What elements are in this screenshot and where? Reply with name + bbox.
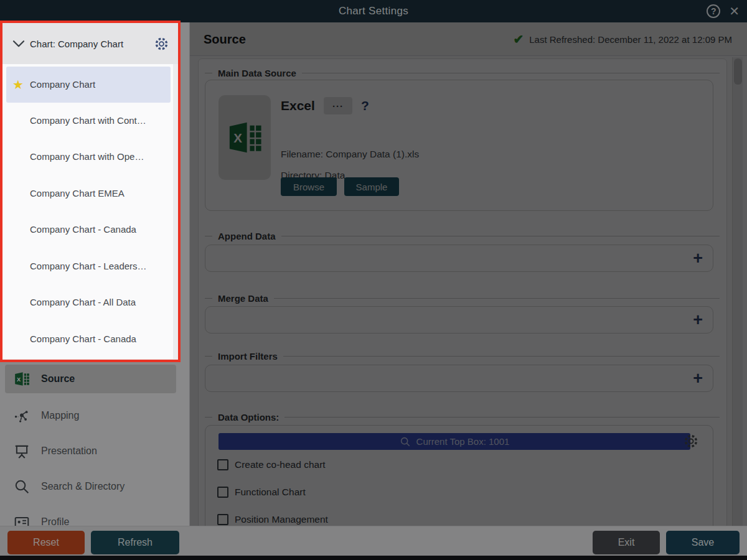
main-panel: Source ✔ Last Refreshed: December 11, 20… (190, 22, 747, 526)
bottom-edge-strip (0, 556, 747, 560)
chart-dropdown-list: ★ Company Chart Company Chart with Cont…… (2, 64, 173, 359)
save-button[interactable]: Save (666, 531, 740, 554)
page-title: Source (204, 22, 246, 56)
dialog-titlebar: Chart Settings ? ✕ (0, 0, 747, 22)
chart-selector-header[interactable]: Chart: Company Chart (2, 23, 178, 64)
excel-icon: X (227, 119, 263, 156)
mapping-icon (14, 408, 30, 424)
co-head-chart-checkbox[interactable] (217, 459, 228, 470)
functional-chart-checkbox[interactable] (217, 487, 228, 498)
sidebar-item-source[interactable]: X Source (5, 365, 176, 393)
vertical-scrollbar[interactable] (732, 57, 743, 526)
dialog-title: Chart Settings (0, 0, 747, 22)
add-merge-data-button[interactable]: + (693, 312, 703, 329)
data-options-box: Current Top Box: 1001 Create co-head cha… (205, 425, 713, 526)
scrollbar-thumb[interactable] (734, 58, 742, 85)
search-icon (400, 436, 411, 447)
svg-text:X: X (233, 131, 242, 145)
reset-button[interactable]: Reset (7, 531, 85, 554)
data-options-legend: Data Options: (205, 411, 720, 423)
import-filters-legend: Import Filters (205, 350, 720, 362)
svg-text:X: X (17, 376, 21, 383)
exit-button[interactable]: Exit (593, 531, 660, 554)
check-icon: ✔ (513, 32, 524, 47)
help-icon[interactable]: ? (707, 4, 720, 18)
functional-chart-option: Functional Chart (217, 486, 306, 498)
current-top-box-button[interactable]: Current Top Box: 1001 (218, 433, 690, 450)
merge-data-box: + (205, 306, 713, 334)
excel-logo-tile: X (218, 95, 271, 180)
chart-option-company-chart[interactable]: ★ Company Chart (6, 67, 171, 103)
sidebar-item-label: Presentation (41, 446, 97, 457)
footer-bar: Reset Refresh Exit Save (0, 526, 747, 556)
chart-option[interactable]: Company Chart - Leaders… (6, 248, 171, 284)
sample-button[interactable]: Sample (344, 177, 399, 196)
merge-data-legend: Merge Data (205, 292, 720, 304)
sidebar-item-label: Mapping (41, 410, 79, 421)
top-box-gear-icon[interactable] (683, 433, 699, 449)
current-top-box-label: Current Top Box: 1001 (416, 436, 510, 447)
append-data-box: + (205, 245, 713, 272)
chart-option[interactable]: Company Chart - Canada (6, 321, 171, 357)
import-filters-box: + (205, 365, 713, 392)
main-data-source-box: X Excel ··· ? (205, 80, 713, 211)
sidebar-item-label: Source (41, 373, 75, 385)
presentation-icon (14, 443, 30, 459)
chart-option[interactable]: Company Chart with Cont… (6, 103, 171, 139)
favorite-star-icon: ★ (12, 67, 24, 103)
sidebar-item-label: Search & Directory (41, 481, 125, 492)
source-help-icon[interactable]: ? (361, 98, 369, 113)
chart-option[interactable]: Company Chart - Canada (6, 212, 171, 248)
browse-button[interactable]: Browse (281, 177, 337, 196)
close-icon[interactable]: ✕ (729, 4, 740, 18)
filename-line: Filename: Company Data (1).xls (281, 149, 419, 160)
last-refreshed-text: Last Refreshed: December 11, 2022 at 12:… (529, 34, 732, 45)
chart-gear-icon[interactable] (154, 36, 169, 52)
chart-selector-label: Chart: Company Chart (30, 39, 123, 49)
add-import-filter-button[interactable]: + (693, 370, 703, 387)
sidebar-item-mapping[interactable]: Mapping (5, 401, 176, 430)
sidebar-item-presentation[interactable]: Presentation (5, 437, 176, 465)
append-data-legend: Append Data (205, 230, 720, 242)
refresh-button[interactable]: Refresh (91, 531, 179, 554)
sidebar-item-search-directory[interactable]: Search & Directory (5, 472, 176, 501)
more-options-button[interactable]: ··· (324, 97, 352, 114)
search-icon (14, 478, 30, 495)
main-header: Source ✔ Last Refreshed: December 11, 20… (190, 22, 747, 56)
last-refreshed: ✔ Last Refreshed: December 11, 2022 at 1… (513, 22, 732, 56)
source-type-label: Excel (281, 98, 315, 113)
chart-option[interactable]: Company Chart with Ope… (6, 139, 171, 175)
add-append-data-button[interactable]: + (693, 250, 703, 267)
chart-option[interactable]: Company Chart EMEA (6, 175, 171, 212)
excel-icon: X (14, 371, 30, 387)
main-data-source-legend: Main Data Source (205, 67, 720, 79)
source-settings-card: Main Data Source X (198, 58, 727, 526)
position-management-option: Position Management (217, 513, 328, 526)
position-management-checkbox[interactable] (217, 514, 228, 525)
co-head-chart-option: Create co-head chart (217, 459, 326, 471)
chart-settings-dialog: Chart Settings ? ✕ Chart: Company Chart … (0, 0, 747, 560)
chevron-down-icon (11, 36, 26, 51)
chart-option[interactable]: Company Chart - All Data (6, 284, 171, 320)
